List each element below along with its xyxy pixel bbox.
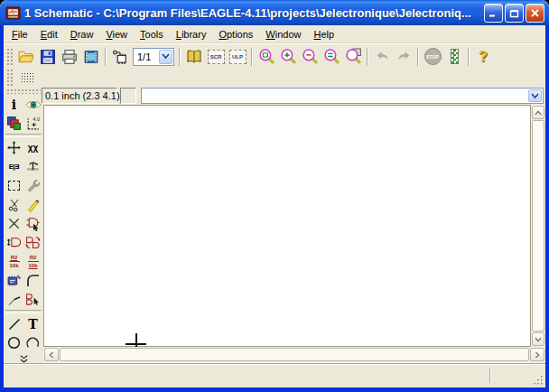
miter-button[interactable] [23, 271, 42, 290]
zoom-out-button[interactable] [299, 46, 321, 68]
copy-icon: χχ [28, 144, 39, 153]
main-toolbar: 1/1 SCR ULP [4, 43, 545, 69]
board-button[interactable] [109, 46, 131, 68]
menu-tools[interactable]: Tools [134, 27, 170, 42]
sheet-selector[interactable]: 1/1 [133, 48, 174, 66]
copy-button[interactable]: χχ [23, 138, 42, 157]
arc-button[interactable] [23, 333, 42, 352]
maximize-button[interactable] [505, 4, 524, 23]
save-button[interactable] [37, 46, 59, 68]
menu-file[interactable]: File [5, 27, 34, 42]
progress-button[interactable] [443, 46, 465, 68]
chevron-down-icon [535, 337, 542, 342]
horizontal-scrollbar[interactable] [43, 347, 545, 363]
add-button[interactable] [23, 214, 42, 233]
show-button[interactable] [23, 95, 42, 114]
sheet-selector-dropdown[interactable] [159, 50, 172, 64]
cam-processor-button[interactable] [80, 46, 102, 68]
split-button[interactable] [5, 290, 23, 309]
stop-button[interactable]: STOP [422, 46, 443, 68]
mark-button[interactable]: 4.0 [23, 114, 42, 133]
menu-window[interactable]: Window [259, 27, 307, 42]
help-button[interactable]: ? [472, 46, 494, 68]
menubar: File Edit Draw View Tools Library Option… [4, 25, 545, 43]
menu-options[interactable]: Options [212, 27, 259, 42]
toolbar-separator [367, 48, 368, 66]
change-button[interactable] [23, 176, 42, 195]
display-button[interactable] [5, 114, 23, 133]
rotate-button[interactable] [23, 157, 42, 176]
text-button[interactable]: T [23, 314, 42, 333]
script-button[interactable]: SCR [205, 46, 227, 68]
book-icon [186, 49, 202, 65]
wire-button[interactable] [5, 314, 23, 333]
menu-edit[interactable]: Edit [34, 27, 64, 42]
print-button[interactable] [59, 46, 80, 68]
zoom-select-button[interactable] [321, 46, 342, 68]
command-input[interactable] [142, 89, 528, 102]
group-icon [8, 181, 20, 191]
zoom-in-button[interactable] [277, 46, 299, 68]
command-dropdown[interactable] [528, 89, 542, 102]
run-ulp-button[interactable]: ULP [227, 46, 248, 68]
scroll-right-button[interactable] [530, 348, 544, 361]
mirror-button[interactable]: E|Ǝ [5, 157, 23, 176]
titlebar[interactable]: 1 Schematic - C:\Program Files\EAGLE-4.1… [0, 0, 549, 25]
undo-icon [374, 48, 391, 65]
scroll-up-button[interactable] [532, 106, 544, 119]
close-button[interactable] [526, 4, 544, 23]
grid-toolbar-grip[interactable] [6, 69, 13, 87]
rotate-icon [25, 159, 41, 174]
delete-x-icon [7, 217, 21, 230]
pinswap-button[interactable] [5, 233, 23, 252]
progress-indicator-icon [451, 49, 459, 64]
use-library-button[interactable] [183, 46, 205, 68]
redo-button[interactable] [393, 46, 414, 68]
undo-button[interactable] [371, 46, 393, 68]
add-part-icon [25, 216, 41, 231]
open-file-button[interactable] [15, 46, 37, 68]
vertical-scrollbar[interactable] [531, 105, 545, 347]
name-button[interactable]: R2 10k [5, 252, 23, 271]
menu-view[interactable]: View [99, 27, 134, 42]
cut-button[interactable] [5, 195, 23, 214]
ulp-icon: ULP [229, 50, 247, 64]
scroll-left-button[interactable] [44, 348, 59, 361]
client-area: File Edit Draw View Tools Library Option… [4, 25, 545, 387]
name-icon: R2 10k [9, 255, 20, 268]
resize-grip[interactable] [533, 375, 544, 387]
maximize-icon [509, 8, 519, 18]
scroll-down-button[interactable] [532, 332, 544, 346]
menu-help[interactable]: Help [307, 27, 340, 42]
vertical-scroll-thumb[interactable] [532, 120, 544, 331]
command-toolbar: i 4.0 [4, 87, 43, 365]
minimize-button[interactable] [484, 4, 503, 23]
value-button[interactable]: R2 10k [23, 252, 42, 271]
svg-text:4.0: 4.0 [33, 117, 40, 122]
grid-settings-button[interactable] [15, 70, 39, 86]
menu-draw[interactable]: Draw [64, 27, 100, 42]
redo-icon [395, 48, 413, 65]
group-button[interactable] [5, 176, 23, 195]
command-combobox[interactable] [141, 88, 544, 104]
schematic-canvas[interactable] [43, 105, 531, 347]
grid-toolbar [4, 69, 545, 87]
info-button[interactable]: i [5, 95, 23, 114]
layers-icon [6, 116, 22, 131]
toolbar-grip[interactable] [6, 48, 13, 66]
zoom-redraw-button[interactable] [342, 46, 364, 68]
delete-button[interactable] [5, 214, 23, 233]
gateswap-button[interactable] [23, 233, 42, 252]
grid-icon [21, 72, 34, 83]
menu-library[interactable]: Library [170, 27, 213, 42]
board-chip-icon [112, 49, 128, 65]
zoom-fit-icon [258, 48, 275, 65]
move-button[interactable] [5, 138, 23, 157]
circle-button[interactable] [5, 333, 23, 352]
paste-button[interactable] [23, 195, 42, 214]
zoom-fit-button[interactable] [256, 46, 277, 68]
horizontal-scroll-thumb[interactable] [60, 348, 529, 361]
command-toolbar-grip[interactable] [6, 89, 41, 94]
smash-button[interactable] [5, 271, 23, 290]
invoke-button[interactable] [23, 290, 42, 309]
